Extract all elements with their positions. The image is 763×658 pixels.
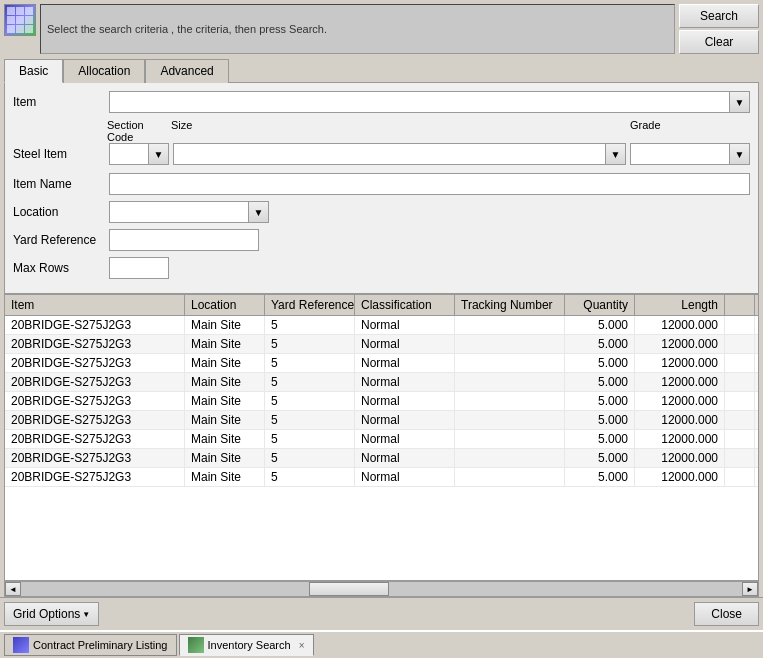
taskbar-icon-contract (13, 637, 29, 653)
cell-length: 12000.000 (635, 354, 725, 372)
cell-yard: 5 (265, 430, 355, 448)
horizontal-scrollbar[interactable]: ◄ ► (4, 581, 759, 597)
tab-basic[interactable]: Basic (4, 59, 63, 83)
grade-arrow[interactable]: ▼ (730, 143, 750, 165)
steel-inputs: BR ▼ 20BRIDGE ▼ S275J2G3 ▼ (109, 143, 750, 165)
cell-length: 12000.000 (635, 430, 725, 448)
table-row[interactable]: 20BRIDGE-S275J2G3 Main Site 5 Normal 5.0… (5, 373, 758, 392)
item-row: Item ▼ (13, 91, 750, 113)
cell-tracking (455, 335, 565, 353)
steel-item-label: Steel Item (13, 147, 103, 161)
section-code-arrow[interactable]: ▼ (149, 143, 169, 165)
scroll-thumb[interactable] (309, 582, 389, 596)
location-arrow[interactable]: ▼ (249, 201, 269, 223)
scroll-track[interactable] (21, 582, 742, 596)
cell-extra (725, 430, 755, 448)
location-input[interactable] (109, 201, 249, 223)
col-header-tracking: Tracking Number (455, 295, 565, 315)
action-buttons: Search Clear (679, 4, 759, 54)
scroll-right-btn[interactable]: ► (742, 582, 758, 596)
tab-allocation[interactable]: Allocation (63, 59, 145, 83)
bottom-bar: Grid Options ▼ Close (0, 597, 763, 630)
table-row[interactable]: 20BRIDGE-S275J2G3 Main Site 5 Normal 5.0… (5, 411, 758, 430)
cell-item: 20BRIDGE-S275J2G3 (5, 430, 185, 448)
cell-length: 12000.000 (635, 449, 725, 467)
item-select[interactable]: ▼ (109, 91, 750, 113)
col-header-item: Item (5, 295, 185, 315)
cell-classification: Normal (355, 411, 455, 429)
cell-tracking (455, 354, 565, 372)
table-row[interactable]: 20BRIDGE-S275J2G3 Main Site 5 Normal 5.0… (5, 449, 758, 468)
scroll-left-btn[interactable]: ◄ (5, 582, 21, 596)
cell-quantity: 5.000 (565, 316, 635, 334)
table-row[interactable]: 20BRIDGE-S275J2G3 Main Site 5 Normal 5.0… (5, 430, 758, 449)
taskbar-tab-contract[interactable]: Contract Preliminary Listing (4, 634, 177, 656)
cell-quantity: 5.000 (565, 392, 635, 410)
cell-location: Main Site (185, 373, 265, 391)
size-input[interactable]: 20BRIDGE (173, 143, 606, 165)
close-button[interactable]: Close (694, 602, 759, 626)
taskbar-icon-inventory (188, 637, 204, 653)
cell-extra (725, 373, 755, 391)
cell-location: Main Site (185, 468, 265, 486)
section-code-select-wrap[interactable]: BR ▼ (109, 143, 169, 165)
app-icon (4, 4, 36, 36)
search-button[interactable]: Search (679, 4, 759, 28)
cell-extra (725, 316, 755, 334)
cell-tracking (455, 449, 565, 467)
col-header-length: Length (635, 295, 725, 315)
cell-yard: 5 (265, 468, 355, 486)
clear-button[interactable]: Clear (679, 30, 759, 54)
col-header-extra (725, 295, 755, 315)
item-dropdown-arrow[interactable]: ▼ (730, 91, 750, 113)
cell-tracking (455, 373, 565, 391)
section-code-input[interactable]: BR (109, 143, 149, 165)
item-name-label: Item Name (13, 177, 103, 191)
cell-extra (725, 468, 755, 486)
top-bar: Select the search criteria , the criteri… (0, 0, 763, 58)
item-name-input[interactable] (109, 173, 750, 195)
cell-location: Main Site (185, 430, 265, 448)
grade-input[interactable]: S275J2G3 (630, 143, 730, 165)
table-row[interactable]: 20BRIDGE-S275J2G3 Main Site 5 Normal 5.0… (5, 335, 758, 354)
cell-item: 20BRIDGE-S275J2G3 (5, 392, 185, 410)
col-header-classification: Classification (355, 295, 455, 315)
cell-classification: Normal (355, 316, 455, 334)
table-row[interactable]: 20BRIDGE-S275J2G3 Main Site 5 Normal 5.0… (5, 316, 758, 335)
col-header-quantity: Quantity (565, 295, 635, 315)
cell-quantity: 5.000 (565, 468, 635, 486)
table-row[interactable]: 20BRIDGE-S275J2G3 Main Site 5 Normal 5.0… (5, 392, 758, 411)
data-grid: Item Location Yard Reference Classificat… (4, 294, 759, 581)
item-label: Item (13, 95, 103, 109)
taskbar-tab-inventory[interactable]: Inventory Search × (179, 634, 314, 656)
tab-advanced[interactable]: Advanced (145, 59, 228, 83)
col-header-yard: Yard Reference (265, 295, 355, 315)
cell-classification: Normal (355, 468, 455, 486)
search-instruction: Select the search criteria , the criteri… (40, 4, 675, 54)
cell-extra (725, 449, 755, 467)
item-input[interactable] (109, 91, 730, 113)
cell-length: 12000.000 (635, 373, 725, 391)
grade-label: Grade (630, 119, 750, 143)
cell-yard: 5 (265, 316, 355, 334)
cell-yard: 5 (265, 449, 355, 467)
main-window: Select the search criteria , the criteri… (0, 0, 763, 658)
taskbar-close-icon[interactable]: × (299, 640, 305, 651)
form-panel: Item ▼ Section Code Size Grade Steel Ite… (4, 82, 759, 294)
cell-item: 20BRIDGE-S275J2G3 (5, 373, 185, 391)
max-rows-input[interactable]: 1000 (109, 257, 169, 279)
size-arrow[interactable]: ▼ (606, 143, 626, 165)
table-row[interactable]: 20BRIDGE-S275J2G3 Main Site 5 Normal 5.0… (5, 468, 758, 487)
yard-reference-input[interactable] (109, 229, 259, 251)
cell-yard: 5 (265, 373, 355, 391)
size-select-wrap[interactable]: 20BRIDGE ▼ (173, 143, 626, 165)
cell-extra (725, 392, 755, 410)
location-select[interactable]: ▼ (109, 201, 269, 223)
grid-options-button[interactable]: Grid Options ▼ (4, 602, 99, 626)
grade-select-wrap[interactable]: S275J2G3 ▼ (630, 143, 750, 165)
cell-quantity: 5.000 (565, 449, 635, 467)
cell-item: 20BRIDGE-S275J2G3 (5, 354, 185, 372)
table-row[interactable]: 20BRIDGE-S275J2G3 Main Site 5 Normal 5.0… (5, 354, 758, 373)
cell-classification: Normal (355, 373, 455, 391)
cell-length: 12000.000 (635, 335, 725, 353)
